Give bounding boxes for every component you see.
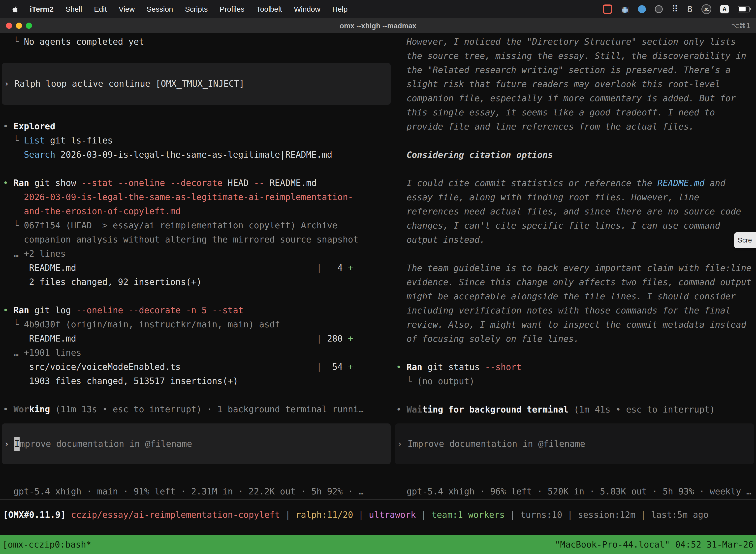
terminal-line: slight risk that future readers may over… — [396, 77, 756, 91]
meter-gauge-icon[interactable]: .61 — [701, 4, 711, 14]
terminal-line: • Working (11m 13s • esc to interrupt) ·… — [3, 402, 393, 417]
terminal-line: • Waiting for background terminal (1m 41… — [396, 403, 756, 417]
terminal-line: I could cite commit statistics or refere… — [396, 176, 756, 190]
terminal-line: changes, I can't cite specific file line… — [396, 219, 756, 233]
terminal-text-segment: | — [505, 510, 520, 520]
terminal-text-segment: king — [29, 404, 50, 414]
terminal-line: └ (no output) — [396, 374, 756, 388]
window-shortcut-badge: ⌥⌘1 — [731, 18, 751, 33]
terminal-text-segment: README.md — [3, 263, 76, 273]
apple-logo-icon — [12, 5, 18, 13]
terminal-text-segment: --oneline --decorate -n 5 --stat — [76, 305, 243, 315]
menubar-status-area: .61 A — [603, 4, 750, 14]
terminal-text-segment: | — [416, 510, 432, 520]
right-pane-output: However, I noticed the "Directory Struct… — [396, 35, 756, 417]
menu-item-iterm2[interactable]: iTerm2 — [24, 5, 60, 13]
terminal-text-segment: • — [3, 178, 13, 188]
terminal-text-segment: HEAD — [223, 178, 254, 188]
terminal-text-segment: provide file and line references from th… — [396, 122, 694, 131]
battery-icon[interactable] — [738, 6, 750, 12]
terminal-text-segment: (11m 13s • esc to interrupt) · 1 backgro… — [50, 404, 364, 414]
terminal-text-segment: including verification notes with those … — [396, 306, 731, 316]
menu-item-window[interactable]: Window — [288, 5, 326, 13]
terminal-line: 2026-03-09-is-legal-the-same-as-legitima… — [3, 190, 393, 204]
input-text: mprove documentation in @filename — [19, 437, 192, 451]
terminal-text-segment: … +2 lines — [3, 249, 66, 259]
terminal-text-segment: might be acceptable alongside the file l… — [396, 291, 736, 301]
menu-item-scripts[interactable]: Scripts — [179, 5, 214, 13]
menu-item-help[interactable]: Help — [326, 5, 354, 13]
terminal-area: └ No agents completed yet › Ralph loop a… — [0, 33, 756, 499]
menu-item-profiles[interactable]: Profiles — [213, 5, 250, 13]
terminal-text-segment: slight risk that future readers may over… — [396, 79, 720, 89]
terminal-text-segment: └ — [3, 320, 24, 329]
terminal-text-segment: List — [24, 135, 45, 146]
terminal-text-segment: 4 — [322, 263, 348, 273]
terminal-text-segment: and-the-erosion-of-copyleft.md — [3, 206, 181, 216]
terminal-text-segment: └ — [3, 220, 24, 230]
left-pane-output: • Explored └ List git ls-files Search 20… — [3, 119, 393, 417]
terminal-text-segment: references need actual files, and since … — [396, 207, 741, 216]
password-manager-icon[interactable] — [687, 5, 693, 13]
terminal-text-segment: Ran — [406, 362, 422, 372]
tmux-pane-left[interactable]: └ No agents completed yet › Ralph loop a… — [0, 33, 393, 499]
terminal-line: might be acceptable alongside the file l… — [396, 289, 756, 303]
input-source-icon[interactable]: A — [720, 5, 729, 13]
apple-menu[interactable] — [6, 5, 24, 13]
screen-sharing-tooltip[interactable]: Scre — [734, 232, 756, 248]
terminal-text-segment: team:1 workers — [432, 510, 505, 520]
terminal-line: including verification notes with those … — [396, 303, 756, 318]
terminal-text-segment: Explored — [13, 121, 55, 131]
menu-item-toolbelt[interactable]: Toolbelt — [251, 5, 288, 13]
terminal-text-segment: of focusing solely on file lines. — [396, 334, 579, 344]
terminal-text-segment: output instead. — [396, 235, 485, 245]
terminal-line: └ 4b9d30f (origin/main, instructkr/main,… — [3, 318, 393, 332]
terminal-text-segment: changes, I can't cite specific file line… — [396, 221, 720, 231]
right-prompt-input[interactable]: › Improve documentation in @filename — [395, 424, 754, 464]
terminal-line — [396, 134, 756, 148]
menu-item-edit[interactable]: Edit — [88, 5, 113, 13]
right-model-status-line: gpt-5.4 xhigh · 96% left · 520K in · 5.8… — [396, 485, 752, 499]
terminal-text-segment: Ran — [13, 178, 29, 188]
terminal-text-segment: this single essay, it seems like a good … — [396, 107, 715, 117]
input-text: Improve documentation in @filename — [407, 437, 585, 451]
terminal-text-segment: companion analysis without altering the … — [3, 234, 359, 244]
terminal-line — [396, 346, 756, 360]
screen-recording-icon[interactable] — [603, 4, 612, 14]
terminal-text-segment: 280 — [322, 334, 348, 343]
left-model-status-line: gpt-5.4 xhigh · main · 91% left · 2.31M … — [3, 485, 364, 499]
terminal-text-segment: Wai — [406, 404, 422, 414]
terminal-line: └ 067f154 (HEAD -> essay/ai-reimplementa… — [3, 218, 393, 233]
terminal-text-segment: evidence. Since this change only affects… — [396, 277, 752, 287]
terminal-text-segment: the source tree, missing the essay. Stil… — [396, 51, 746, 61]
menu-item-session[interactable]: Session — [141, 5, 179, 13]
blue-app-icon[interactable] — [638, 5, 646, 13]
terminal-line: README.md | 4 + — [3, 261, 393, 275]
terminal-text-segment: 2026-03-09-is-legal-the-same-as-legitima… — [55, 150, 332, 160]
window-title-bar: omx --xhigh --madmax ⌥⌘1 — [0, 18, 756, 33]
terminal-line: of focusing solely on file lines. — [396, 332, 756, 346]
terminal-line: src/voice/voiceModeEnabled.ts | 54 + — [3, 360, 393, 374]
meter-value: .61 — [704, 7, 709, 11]
terminal-text-segment: | — [353, 510, 369, 520]
terminal-line — [396, 388, 756, 403]
terminal-line: › Ralph loop active continue [OMX_TMUX_I… — [4, 77, 391, 91]
grid-app-icon[interactable] — [621, 5, 629, 13]
left-prompt-input[interactable]: › Improve documentation in @filename — [2, 424, 391, 464]
terminal-text-segment: README.md — [3, 334, 76, 343]
dots-grid-icon[interactable] — [672, 5, 678, 13]
terminal-line: provide file and line references from th… — [396, 120, 756, 134]
menu-item-shell[interactable]: Shell — [60, 5, 88, 13]
terminal-line: companion analysis without altering the … — [3, 233, 393, 247]
menu-item-view[interactable]: View — [113, 5, 141, 13]
dark-app-icon[interactable] — [655, 5, 663, 13]
terminal-text-segment: + — [348, 263, 353, 273]
tmux-pane-right[interactable]: However, I noticed the "Directory Struct… — [393, 33, 756, 499]
terminal-line: └ List git ls-files — [3, 133, 393, 148]
terminal-text-segment: 2026-03-09-is-legal-the-same-as-legitima… — [3, 192, 353, 202]
terminal-text-segment: and — [704, 178, 725, 188]
terminal-line: README.md | 280 + — [3, 332, 393, 346]
terminal-line — [396, 162, 756, 176]
terminal-text-segment: + — [348, 362, 353, 372]
terminal-line: the "Related research writing" section i… — [396, 63, 756, 77]
